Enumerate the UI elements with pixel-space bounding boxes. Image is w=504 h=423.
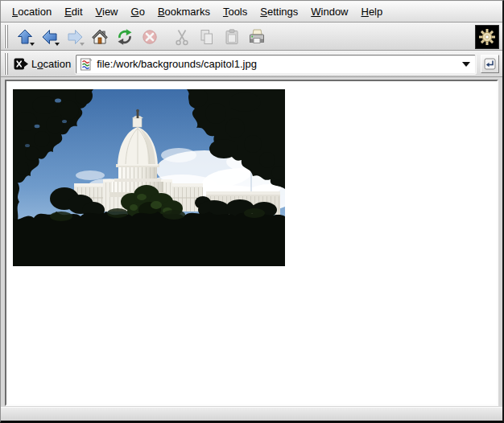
combo-arrow-icon	[462, 62, 470, 67]
stop-button	[137, 24, 162, 49]
clear-location-button[interactable]	[12, 55, 30, 73]
menu-settings[interactable]: Settings	[254, 3, 304, 20]
up-dropdown-arrow-icon[interactable]	[30, 43, 35, 46]
status-bar	[1, 407, 502, 421]
capitol-photo	[13, 89, 285, 266]
location-label: Location	[31, 58, 71, 70]
image-file-icon	[80, 58, 93, 71]
menu-window[interactable]: Window	[304, 3, 354, 20]
forward-button	[62, 24, 87, 49]
url-input[interactable]	[95, 58, 461, 70]
print-button[interactable]	[244, 24, 269, 49]
menu-help[interactable]: Help	[355, 3, 390, 20]
toolbar-drag-handle[interactable]	[4, 25, 9, 48]
menu-tools[interactable]: Tools	[217, 3, 254, 20]
stop-icon	[141, 28, 159, 46]
html-view[interactable]	[5, 80, 498, 406]
back-button[interactable]	[37, 24, 62, 49]
locationbar-drag-handle[interactable]	[4, 53, 9, 75]
go-button[interactable]	[481, 55, 499, 73]
menu-view[interactable]: View	[89, 3, 125, 20]
main-toolbar	[1, 23, 502, 51]
paste-button	[219, 24, 244, 49]
cut-icon	[173, 28, 191, 46]
home-icon	[91, 28, 109, 46]
copy-icon	[198, 28, 216, 46]
cut-button	[169, 24, 194, 49]
print-icon	[248, 28, 266, 46]
reload-button[interactable]	[112, 24, 137, 49]
menu-bookmarks[interactable]: Bookmarks	[151, 3, 217, 20]
copy-button	[194, 24, 219, 49]
up-button[interactable]	[12, 24, 37, 49]
reload-icon	[116, 28, 134, 46]
clear-location-icon	[14, 58, 29, 70]
konqueror-window: Location Edit View Go Bookmarks Tools Se…	[0, 0, 504, 423]
go-enter-icon	[484, 58, 496, 70]
kde-gear-icon	[478, 28, 496, 46]
paste-icon	[223, 28, 241, 46]
forward-dropdown-arrow-icon	[80, 43, 85, 46]
url-history-dropdown[interactable]	[461, 57, 472, 72]
url-combobox[interactable]	[76, 55, 476, 74]
location-toolbar: Location	[1, 51, 502, 77]
menu-go[interactable]: Go	[125, 3, 151, 20]
trees-bottom	[13, 208, 285, 266]
back-dropdown-arrow-icon[interactable]	[55, 43, 60, 46]
menu-edit[interactable]: Edit	[58, 3, 89, 20]
home-button[interactable]	[87, 24, 112, 49]
kde-throbber[interactable]	[475, 25, 499, 49]
menu-location[interactable]: Location	[6, 3, 58, 20]
menu-bar: Location Edit View Go Bookmarks Tools Se…	[1, 1, 502, 23]
